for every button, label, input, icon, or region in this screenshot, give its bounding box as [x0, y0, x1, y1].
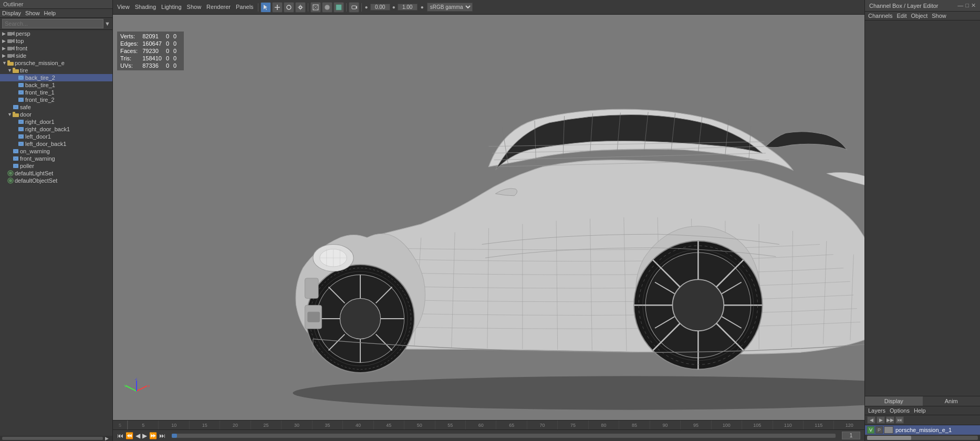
layer-color-swatch[interactable]: [884, 426, 893, 434]
layers-menu-help[interactable]: Help: [914, 407, 926, 414]
tree-item-right-door1[interactable]: right_door1: [0, 118, 112, 125]
timeline-tick-container[interactable]: 5101520253035404550556065707580859095100…: [128, 421, 864, 429]
camera-icon-persp: [7, 31, 15, 36]
play-next-btn[interactable]: ⏩: [149, 432, 157, 439]
svg-point-72: [293, 376, 864, 410]
wireframe-btn[interactable]: [310, 2, 321, 13]
layer-visibility-btn[interactable]: V: [867, 426, 874, 434]
viewport-menu-shading[interactable]: Shading: [133, 0, 158, 15]
viewport-menu-show[interactable]: Show: [185, 0, 204, 15]
move-btn[interactable]: [272, 2, 283, 13]
svg-text:Y: Y: [124, 384, 127, 388]
viewport-menu-view[interactable]: View: [115, 0, 132, 15]
colorspace-select[interactable]: sRGB gamma: [427, 3, 473, 12]
tree-arrow-persp[interactable]: ▶: [2, 31, 7, 36]
play-back-btn[interactable]: ⏪: [126, 432, 133, 439]
tree-item-back-tire-2[interactable]: back_tire_2: [0, 74, 112, 81]
tree-item-persp[interactable]: ▶ persp: [0, 30, 112, 37]
tree-item-on-warning[interactable]: on_warning: [0, 148, 112, 155]
tree-item-right-door-back1[interactable]: right_door_back1: [0, 125, 112, 133]
tree-item-side[interactable]: ▶ side: [0, 52, 112, 59]
play-fwd-btn[interactable]: ▶: [142, 432, 147, 439]
layer-next-btn[interactable]: ▶▶: [886, 416, 894, 424]
layers-menu-options[interactable]: Options: [890, 407, 910, 414]
tree-arrow-front[interactable]: ▶: [2, 46, 7, 51]
tree-arrow-top[interactable]: ▶: [2, 38, 7, 44]
search-dropdown-arrow[interactable]: ▼: [105, 20, 110, 27]
play-prev-btn[interactable]: ◀: [135, 432, 140, 439]
timeline-start: 5: [113, 421, 128, 429]
tree-item-front-tire-2[interactable]: front_tire_2: [0, 96, 112, 103]
channel-menu-object[interactable]: Object: [911, 13, 927, 19]
tree-item-left-door1[interactable]: left_door1: [0, 133, 112, 140]
select-mode-btn[interactable]: [260, 2, 271, 13]
channel-menu-show[interactable]: Show: [932, 13, 946, 19]
tree-arrow-side[interactable]: ▶: [2, 53, 7, 58]
viewport-menu-renderer[interactable]: Renderer: [204, 0, 233, 15]
tree-item-poller[interactable]: poller: [0, 162, 112, 170]
channel-maximize-btn[interactable]: □: [965, 2, 969, 9]
edges-label: Edges:: [120, 40, 142, 47]
tree-item-left-door-back1[interactable]: left_door_back1: [0, 140, 112, 148]
tree-item-tire[interactable]: ▼ tire: [0, 67, 112, 74]
texture-btn[interactable]: [333, 2, 344, 13]
tree-item-porsche-mission-e[interactable]: ▼ porsche_mission_e: [0, 59, 112, 67]
frame-number-input[interactable]: [842, 432, 860, 439]
layer-prev-btn[interactable]: ◀: [867, 416, 875, 424]
layer-end-btn[interactable]: ⏭: [895, 416, 904, 424]
svg-text:X: X: [148, 384, 150, 388]
scale-btn[interactable]: [295, 2, 306, 13]
outliner-menu-display[interactable]: Display: [2, 10, 21, 16]
tree-label-safe: safe: [20, 104, 31, 110]
channel-scroll-track[interactable]: [867, 436, 978, 440]
tree-item-front-tire-1[interactable]: front_tire_1: [0, 89, 112, 96]
outliner-hscroll-track[interactable]: [2, 437, 103, 440]
tree-item-default-light-set[interactable]: defaultLightSet: [0, 170, 112, 177]
tree-arrow-tire[interactable]: ▼: [7, 68, 13, 73]
edges-val: 160647: [142, 40, 166, 47]
anim-tab[interactable]: Anim: [923, 396, 981, 406]
tree-item-door[interactable]: ▼ door: [0, 111, 112, 118]
tree-item-top[interactable]: ▶ top: [0, 37, 112, 45]
timeline-scrubber[interactable]: [172, 434, 836, 438]
layer-add-btn[interactable]: ▶: [877, 416, 885, 424]
viewport-menu-panels[interactable]: Panels: [234, 0, 256, 15]
channel-menu-edit[interactable]: Edit: [896, 13, 906, 19]
display-tab[interactable]: Display: [865, 396, 923, 406]
offset2-input[interactable]: [398, 4, 418, 10]
svg-rect-2: [7, 39, 12, 43]
search-input[interactable]: [2, 19, 103, 28]
layer-playback-btn[interactable]: P: [875, 426, 883, 434]
tree-label-back-tire-2: back_tire_2: [25, 75, 55, 81]
tree-item-default-object-set[interactable]: defaultObjectSet: [0, 177, 112, 184]
channel-close-btn[interactable]: ✕: [971, 2, 976, 9]
playback-bar: ⏮ ⏪ ◀ ▶ ⏩ ⏭: [113, 429, 864, 441]
play-start-btn[interactable]: ⏮: [117, 432, 123, 439]
rotate-btn[interactable]: [284, 2, 294, 13]
mesh-icon-left-door-back1: [18, 141, 24, 146]
camera-fit-btn[interactable]: [349, 2, 359, 13]
channel-bottom-scroll: [865, 435, 980, 441]
tree-arrow-door[interactable]: ▼: [7, 112, 13, 117]
smooth-btn[interactable]: [322, 2, 332, 13]
outliner-hscroll-right[interactable]: ▶: [105, 436, 112, 441]
layers-menu-layers[interactable]: Layers: [868, 407, 885, 414]
channel-menu-channels[interactable]: Channels: [868, 13, 892, 19]
svg-rect-0: [7, 32, 12, 36]
tree-arrow-porsche[interactable]: ▼: [2, 60, 7, 66]
viewport-3d[interactable]: Verts: 82091 0 0 Edges: 160647 0 0 Faces…: [113, 15, 864, 420]
tree-item-safe[interactable]: safe: [0, 103, 112, 111]
mesh-icon-on-warning: [13, 149, 19, 154]
tree-item-front-warning[interactable]: front_warning: [0, 155, 112, 162]
outliner-menu-help[interactable]: Help: [44, 10, 56, 16]
tree-label-front-tire-2: front_tire_2: [25, 97, 55, 103]
offset1-input[interactable]: [370, 4, 390, 10]
play-end-btn[interactable]: ⏭: [159, 432, 165, 439]
channel-minimize-btn[interactable]: —: [957, 2, 963, 9]
offset1-label: ●: [365, 4, 368, 10]
tree-item-back-tire-1[interactable]: back_tire_1: [0, 81, 112, 89]
tree-item-front[interactable]: ▶ front: [0, 45, 112, 52]
outliner-menu-show[interactable]: Show: [25, 10, 40, 16]
svg-rect-28: [13, 112, 15, 114]
viewport-menu-lighting[interactable]: Lighting: [159, 0, 184, 15]
